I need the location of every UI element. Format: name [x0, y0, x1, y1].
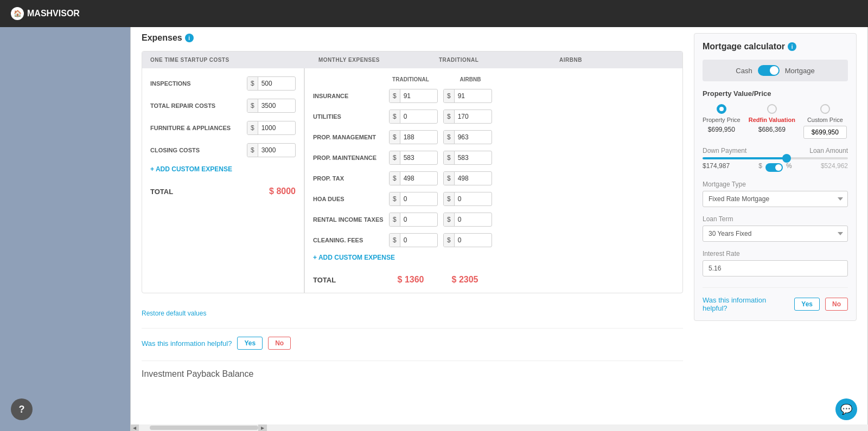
airbnb-total-value: $ 2305 [438, 275, 492, 285]
insurance-airbnb-input[interactable] [455, 89, 487, 102]
property-price-option[interactable]: Property Price $699,950 [703, 104, 741, 139]
prop-mgmt-traditional-input-group: $ [389, 130, 438, 144]
add-custom-startup-button[interactable]: + ADD CUSTOM EXPENSE [150, 165, 296, 173]
expenses-no-button[interactable]: No [268, 337, 291, 350]
prop-mgmt-airbnb-input[interactable] [455, 131, 487, 144]
interest-rate-input[interactable] [703, 260, 848, 276]
mortgage-title: Mortgage calculator i [703, 42, 848, 52]
dollar-sign: $ [247, 77, 258, 90]
utilities-traditional-input-group: $ [389, 110, 438, 124]
logo-icon: 🏠 [11, 7, 24, 20]
repair-costs-input[interactable] [258, 99, 291, 112]
table-row: CLEANING. FEES $ $ [313, 233, 674, 247]
loan-amount-value: $524,962 [821, 162, 848, 172]
loan-amount-label: Loan Amount [809, 147, 848, 155]
down-payment-field: Down Payment Loan Amount $174,987 $ % $5 [703, 147, 848, 172]
cleaning-traditional-input-group: $ [389, 233, 438, 247]
prop-tax-airbnb-input[interactable] [455, 172, 487, 185]
prop-maint-airbnb-input[interactable] [455, 151, 487, 164]
mortgage-no-button[interactable]: No [825, 298, 848, 311]
investment-payback-title: Investment Payback Balance [142, 369, 253, 378]
chat-button[interactable]: 💬 [835, 398, 857, 420]
hoa-airbnb-input[interactable] [455, 192, 487, 205]
property-price-label: Property Price [703, 117, 741, 123]
dollar-percent-toggle[interactable] [765, 163, 783, 172]
rental-tax-traditional-input[interactable] [400, 213, 433, 226]
mortgage-type-select[interactable]: Fixed Rate Mortgage [703, 191, 848, 207]
horizontal-scrollbar[interactable]: ◀ ▶ [130, 424, 868, 431]
cleaning-fees-label: CLEANING. FEES [313, 237, 384, 243]
furniture-input[interactable] [258, 121, 291, 134]
prop-tax-label: PROP. TAX [313, 175, 384, 182]
dollar-sign: $ [444, 192, 455, 205]
help-button[interactable]: ? [11, 398, 33, 420]
startup-total-label: TOTAL [150, 188, 173, 196]
rental-income-taxes-label: RENTAL INCOME TAXES [313, 216, 384, 223]
mortgage-info-icon[interactable]: i [788, 42, 796, 51]
utilities-airbnb-input[interactable] [455, 110, 487, 123]
repair-costs-label: TOTAL REPAIR COSTS [150, 102, 247, 109]
redfin-valuation-radio[interactable] [767, 104, 777, 114]
custom-price-label: Custom Price [807, 117, 843, 123]
cleaning-traditional-input[interactable] [400, 234, 433, 247]
mortgage-helpful-section: Was this information helpful? Yes No [703, 287, 848, 312]
table-row: PROP. MAINTENANCE $ $ [313, 151, 674, 165]
custom-price-radio[interactable] [820, 104, 830, 114]
top-navigation: 🏠 MASHVISOR [0, 0, 868, 27]
interest-rate-field: Interest Rate [703, 250, 848, 276]
hoa-traditional-input[interactable] [400, 192, 433, 205]
loan-term-select[interactable]: 30 Years Fixed [703, 226, 848, 242]
expenses-title: Expenses i [142, 33, 683, 43]
prop-maintenance-label: PROP. MAINTENANCE [313, 155, 384, 161]
rental-tax-airbnb-input[interactable] [455, 213, 487, 226]
interest-rate-label: Interest Rate [703, 250, 848, 258]
scroll-left-arrow[interactable]: ◀ [130, 424, 139, 431]
header-startup: ONE TIME STARTUP COSTS [150, 57, 313, 63]
custom-price-input[interactable] [803, 126, 847, 139]
restore-default-link[interactable]: Restore default values [142, 310, 206, 317]
prop-tax-traditional-input[interactable] [400, 172, 433, 185]
prop-tax-traditional-input-group: $ [389, 171, 438, 185]
dollar-sign: $ [444, 110, 455, 123]
scroll-right-arrow[interactable]: ▶ [258, 424, 267, 431]
traditional-col-head: TRADITIONAL [384, 76, 438, 82]
table-row: PROP. MANAGEMENT $ $ [313, 130, 674, 144]
dollar-sign: $ [247, 121, 258, 134]
redfin-valuation-option[interactable]: Redfin Valuation $686,369 [749, 104, 795, 139]
insurance-traditional-input[interactable] [400, 89, 433, 102]
expenses-helpful-section: Was this information helpful? Yes No [142, 328, 683, 350]
cash-mortgage-toggle[interactable] [758, 65, 780, 76]
mortgage-label: Mortgage [785, 67, 815, 75]
prop-mgmt-traditional-input[interactable] [400, 131, 433, 144]
startup-costs-column: INSPECTIONS $ TOTAL REPAIR COSTS $ [142, 68, 305, 293]
monthly-totals-row: TOTAL $ 1360 $ 2305 [313, 269, 674, 285]
mortgage-yes-button[interactable]: Yes [794, 298, 820, 311]
expenses-yes-button[interactable]: Yes [237, 337, 263, 350]
dollar-sign: $ [390, 89, 400, 102]
dollar-sign: $ [247, 99, 258, 112]
cleaning-airbnb-input[interactable] [455, 234, 487, 247]
logo[interactable]: 🏠 MASHVISOR [11, 7, 80, 20]
custom-price-option[interactable]: Custom Price [803, 104, 847, 139]
price-options: Property Price $699,950 Redfin Valuation… [703, 104, 848, 139]
expenses-info-icon[interactable]: i [185, 34, 194, 42]
inspections-input[interactable] [258, 77, 291, 90]
furniture-input-group: $ [247, 121, 296, 135]
closing-costs-input-group: $ [247, 143, 296, 157]
table-row: INSURANCE $ $ [313, 89, 674, 103]
add-custom-monthly-button[interactable]: + ADD CUSTOM EXPENSE [313, 254, 674, 261]
prop-maint-traditional-input[interactable] [400, 151, 433, 164]
slider-thumb[interactable] [782, 154, 791, 163]
header-monthly: MONTHLY EXPENSES [318, 57, 433, 63]
closing-costs-input[interactable] [258, 144, 291, 157]
rental-tax-airbnb-input-group: $ [443, 213, 492, 227]
dollar-sign: $ [444, 151, 455, 164]
property-price-radio[interactable] [717, 104, 726, 114]
down-payment-slider[interactable] [703, 157, 848, 159]
down-payment-slider-row [703, 157, 848, 159]
modal-content: Expenses i ONE TIME STARTUP COSTS MONTHL… [131, 22, 867, 430]
dollar-sign: $ [390, 151, 400, 164]
scrollbar-thumb[interactable] [150, 426, 258, 430]
utilities-traditional-input[interactable] [400, 110, 433, 123]
insurance-traditional-input-group: $ [389, 89, 438, 103]
